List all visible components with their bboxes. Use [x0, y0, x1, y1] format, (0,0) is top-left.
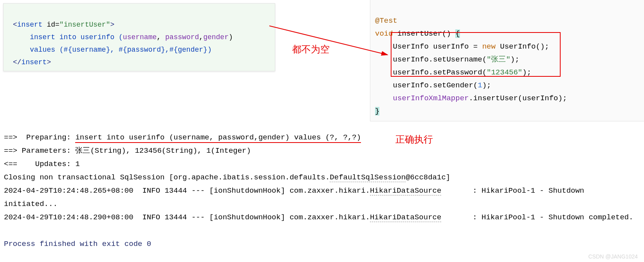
highlight-box-setters — [391, 32, 561, 77]
console-log1-a: 2024-04-29T10:24:48.265+08:00 INFO 13444… — [4, 186, 370, 195]
console-log2-a: 2024-04-29T10:24:48.290+08:00 INFO 13444… — [4, 213, 370, 222]
console-prep-sql: insert into userinfo (username, password… — [75, 133, 361, 143]
mapper-call: .insertUser(userInfo); — [469, 94, 567, 103]
xml-attr-name: id — [43, 21, 55, 29]
sql-col-gender: gender — [203, 33, 229, 41]
sql-col-username: username — [123, 33, 157, 41]
xml-close-gt: > — [47, 58, 51, 66]
xml-close-name: insert — [22, 58, 47, 66]
console-output: ==> Preparing: insert into userinfo (use… — [4, 117, 640, 251]
sql-comma1: , — [157, 33, 165, 41]
console-params: ==> Parameters: 张三(String), 123456(Strin… — [4, 146, 251, 155]
xml-tag-name: insert — [17, 21, 43, 29]
xml-tag-open: < — [13, 21, 17, 29]
console-log2-c: : HikariPool-1 - Shutdown completed. — [441, 213, 633, 222]
arrow-icon — [266, 23, 391, 62]
watermark: CSDN @JANG1024 — [588, 253, 638, 260]
console-log1-class: HikariDataSource — [370, 186, 441, 195]
svg-line-0 — [269, 26, 388, 55]
brace-close: } — [375, 107, 379, 116]
console-closing-a: Closing non transactional SqlSession [or… — [4, 173, 330, 182]
set-gender-call: userInfo.setGender( — [375, 81, 478, 90]
console-updates: <== Updates: 1 — [4, 160, 80, 168]
console-closing-c: @6cc8da1c] — [406, 173, 450, 182]
sql-paren: ) — [229, 33, 233, 41]
sql-comma2: , — [199, 33, 203, 41]
console-closing-class: DefaultSqlSession — [330, 173, 406, 182]
mapper-var: userInfoXmlMapper — [393, 94, 469, 103]
sql-col-password: password — [165, 33, 199, 41]
xml-attr-value: "insertUser" — [60, 21, 110, 29]
num-1: 1 — [478, 81, 482, 90]
xml-close-lt: </ — [13, 58, 22, 66]
set-gender-end: ); — [482, 81, 491, 90]
mapper-indent — [375, 94, 393, 103]
console-prep-prefix: ==> Preparing: — [4, 133, 75, 142]
sql-keywords: insert into userinfo ( — [13, 33, 123, 41]
console-exit-code: Process finished with exit code 0 — [4, 240, 151, 248]
sql-values-line: values (#{username}, #{password},#{gende… — [13, 46, 212, 54]
xml-tag-close-gt: > — [110, 21, 114, 29]
xml-code-block: <insert id="insertUser"> insert into use… — [3, 3, 275, 71]
console-log2-class: HikariDataSource — [370, 213, 441, 222]
xml-attr-eq: = — [55, 21, 60, 29]
